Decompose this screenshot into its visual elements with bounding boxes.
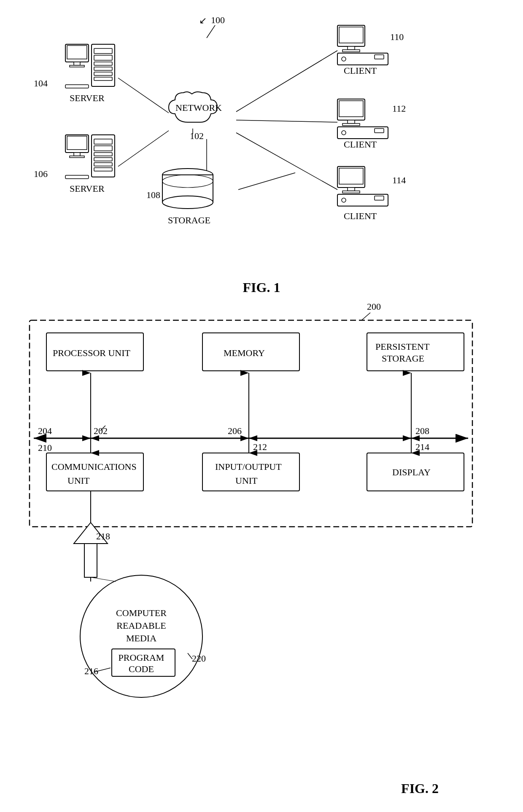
svg-rect-11	[94, 48, 112, 54]
svg-text:102: 102	[190, 131, 204, 141]
svg-rect-17	[65, 85, 89, 88]
svg-text:STORAGE: STORAGE	[382, 353, 424, 364]
svg-point-38	[162, 196, 213, 209]
svg-text:CLIENT: CLIENT	[344, 139, 377, 150]
svg-text:104: 104	[34, 78, 48, 88]
svg-rect-31	[94, 168, 112, 171]
svg-rect-16	[94, 77, 112, 80]
svg-text:216: 216	[84, 666, 98, 676]
svg-text:CLIENT: CLIENT	[344, 65, 377, 76]
svg-line-63	[236, 120, 337, 122]
svg-text:READABLE: READABLE	[116, 620, 166, 631]
svg-rect-24	[70, 156, 84, 158]
svg-line-127	[91, 577, 116, 582]
svg-rect-55	[339, 101, 363, 117]
svg-rect-26	[94, 139, 112, 144]
svg-rect-49	[375, 55, 384, 59]
svg-text:DISPLAY: DISPLAY	[392, 467, 431, 477]
svg-text:NETWORK: NETWORK	[175, 102, 222, 113]
svg-text:106: 106	[34, 169, 48, 179]
svg-rect-9	[70, 65, 84, 67]
svg-point-70	[342, 198, 346, 202]
svg-rect-8	[74, 62, 80, 65]
svg-rect-66	[348, 188, 355, 191]
svg-text:214: 214	[415, 442, 429, 452]
svg-rect-112	[84, 544, 97, 577]
svg-text:210: 210	[38, 442, 52, 453]
svg-text:PERSISTENT: PERSISTENT	[375, 341, 430, 352]
svg-text:UNIT: UNIT	[235, 475, 258, 486]
svg-line-35	[118, 131, 169, 166]
svg-rect-12	[94, 55, 112, 60]
svg-rect-32	[65, 175, 89, 179]
svg-text:206: 206	[228, 426, 242, 436]
svg-line-43	[238, 173, 295, 190]
svg-rect-56	[348, 120, 355, 123]
svg-text:UNIT: UNIT	[67, 475, 90, 486]
svg-text:112: 112	[392, 103, 406, 114]
svg-text:INPUT/OUTPUT: INPUT/OUTPUT	[215, 461, 282, 472]
svg-line-20	[118, 78, 169, 113]
fig1-label: FIG. 1	[243, 280, 280, 295]
svg-rect-65	[339, 168, 363, 184]
svg-rect-69	[375, 196, 384, 200]
svg-rect-45	[339, 27, 363, 43]
svg-rect-97	[46, 453, 143, 491]
svg-text:114: 114	[392, 175, 406, 185]
svg-rect-14	[94, 67, 112, 70]
svg-rect-23	[74, 153, 80, 156]
svg-text:208: 208	[415, 426, 429, 436]
svg-text:↙: ↙	[199, 15, 207, 26]
svg-rect-46	[348, 46, 355, 50]
fig2-label: FIG. 2	[401, 781, 439, 796]
svg-text:218: 218	[96, 531, 110, 541]
svg-line-53	[236, 51, 337, 112]
svg-text:MEDIA: MEDIA	[126, 633, 156, 643]
svg-text:COMMUNICATIONS: COMMUNICATIONS	[51, 461, 137, 472]
svg-rect-67	[342, 191, 360, 193]
svg-line-73	[236, 133, 337, 190]
svg-text:CLIENT: CLIENT	[344, 211, 377, 221]
svg-rect-27	[94, 146, 112, 151]
svg-rect-13	[94, 62, 112, 65]
svg-text:110: 110	[390, 32, 404, 42]
svg-line-1	[207, 25, 215, 38]
svg-text:PROGRAM: PROGRAM	[119, 652, 164, 663]
svg-text:PROCESSOR UNIT: PROCESSOR UNIT	[53, 348, 131, 358]
svg-text:220: 220	[192, 653, 206, 664]
svg-point-60	[342, 131, 346, 135]
svg-rect-22	[67, 136, 87, 150]
svg-text:212: 212	[253, 442, 267, 452]
svg-text:CODE: CODE	[129, 664, 154, 674]
svg-rect-59	[375, 129, 384, 133]
svg-text:COMPUTER: COMPUTER	[116, 608, 167, 618]
svg-text:100: 100	[211, 15, 225, 25]
svg-rect-92	[367, 333, 464, 371]
svg-rect-29	[94, 158, 112, 161]
svg-point-50	[342, 57, 346, 61]
svg-text:STORAGE: STORAGE	[168, 215, 210, 225]
svg-text:200: 200	[367, 301, 381, 312]
svg-rect-15	[94, 72, 112, 75]
fig2-diagram: 200 PROCESSOR UNIT 20	[0, 295, 523, 801]
svg-text:204: 204	[38, 426, 52, 436]
svg-text:SERVER: SERVER	[70, 183, 105, 194]
svg-text:108: 108	[146, 190, 160, 200]
svg-text:MEMORY: MEMORY	[224, 348, 265, 358]
svg-rect-7	[67, 46, 87, 59]
svg-rect-28	[94, 153, 112, 156]
svg-rect-30	[94, 163, 112, 166]
fig1-diagram: 100 ↙ NETWORK 102	[0, 8, 523, 295]
svg-rect-47	[342, 50, 360, 52]
svg-rect-57	[342, 123, 360, 126]
svg-text:SERVER: SERVER	[70, 93, 105, 103]
